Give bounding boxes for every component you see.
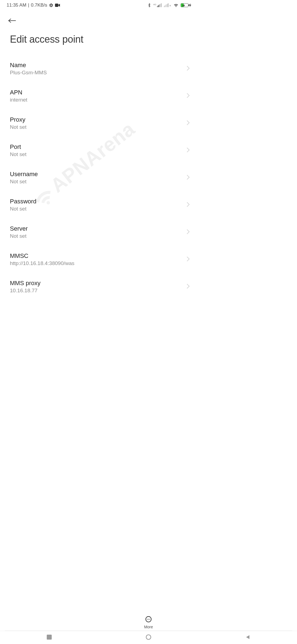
chevron-right-icon bbox=[186, 147, 190, 154]
setting-item-password[interactable]: Password Not set bbox=[0, 191, 198, 219]
setting-label: MMSC bbox=[10, 252, 75, 260]
svg-rect-0 bbox=[55, 4, 58, 7]
page-title: Edit access point bbox=[0, 26, 198, 55]
signal-4g-label: 4G bbox=[153, 3, 156, 6]
setting-item-name[interactable]: Name Plus-Gsm-MMS bbox=[0, 55, 198, 82]
bluetooth-icon bbox=[148, 3, 151, 8]
battery-indicator: 38 bbox=[181, 3, 191, 7]
status-time: 11:35 AM bbox=[7, 2, 26, 8]
battery-percent: 38 bbox=[182, 4, 185, 7]
setting-value: Not set bbox=[10, 124, 26, 130]
setting-value: Not set bbox=[10, 179, 38, 185]
setting-value: Not set bbox=[10, 233, 28, 239]
setting-value: 10.16.18.77 bbox=[10, 288, 40, 293]
setting-item-server[interactable]: Server Not set bbox=[0, 219, 198, 246]
setting-label: Server bbox=[10, 225, 28, 232]
chevron-right-icon bbox=[186, 120, 190, 127]
setting-value: Plus-Gsm-MMS bbox=[10, 70, 47, 76]
wifi-icon bbox=[174, 3, 178, 7]
charging-bolt-icon bbox=[189, 3, 191, 7]
chevron-right-icon bbox=[186, 202, 190, 208]
header-bar bbox=[0, 10, 198, 26]
settings-gear-icon bbox=[49, 3, 53, 7]
setting-label: APN bbox=[10, 89, 27, 96]
back-button[interactable] bbox=[8, 18, 16, 24]
setting-item-username[interactable]: Username Not set bbox=[0, 164, 198, 191]
setting-label: MMS proxy bbox=[10, 280, 40, 287]
setting-value: http://10.16.18.4:38090/was bbox=[10, 260, 75, 266]
chevron-right-icon bbox=[186, 256, 190, 263]
status-net-speed: 0.7KB/s bbox=[31, 2, 47, 8]
chevron-right-icon bbox=[186, 66, 190, 72]
chevron-right-icon bbox=[186, 93, 190, 99]
settings-scroll-area[interactable]: APNArena Name Plus-Gsm-MMS APN internet … bbox=[0, 55, 198, 293]
settings-list: Name Plus-Gsm-MMS APN internet Proxy Not… bbox=[0, 55, 198, 293]
setting-label: Username bbox=[10, 171, 38, 178]
chevron-right-icon bbox=[186, 283, 190, 290]
setting-item-proxy[interactable]: Proxy Not set bbox=[0, 110, 198, 137]
setting-label: Name bbox=[10, 62, 47, 69]
setting-value: internet bbox=[10, 97, 27, 103]
setting-value: Not set bbox=[10, 206, 37, 212]
camera-icon bbox=[55, 4, 60, 7]
setting-value: Not set bbox=[10, 151, 26, 157]
status-bar: 11:35 AM | 0.7KB/s 4G ✕ bbox=[0, 0, 198, 10]
setting-label: Port bbox=[10, 143, 26, 151]
setting-label: Proxy bbox=[10, 116, 26, 123]
setting-item-mmsc[interactable]: MMSC http://10.16.18.4:38090/was bbox=[0, 246, 198, 273]
signal-sim1-icon: 4G bbox=[153, 3, 161, 7]
signal-sim2-icon: ✕ bbox=[164, 3, 171, 7]
setting-item-port[interactable]: Port Not set bbox=[0, 137, 198, 164]
chevron-right-icon bbox=[186, 174, 190, 181]
setting-item-mms-proxy[interactable]: MMS proxy 10.16.18.77 bbox=[0, 273, 198, 293]
status-left: 11:35 AM | 0.7KB/s bbox=[7, 2, 60, 8]
setting-item-apn[interactable]: APN internet bbox=[0, 82, 198, 110]
status-sep: | bbox=[28, 2, 29, 8]
status-right: 4G ✕ 38 bbox=[148, 3, 191, 8]
chevron-right-icon bbox=[186, 229, 190, 236]
setting-label: Password bbox=[10, 198, 37, 205]
